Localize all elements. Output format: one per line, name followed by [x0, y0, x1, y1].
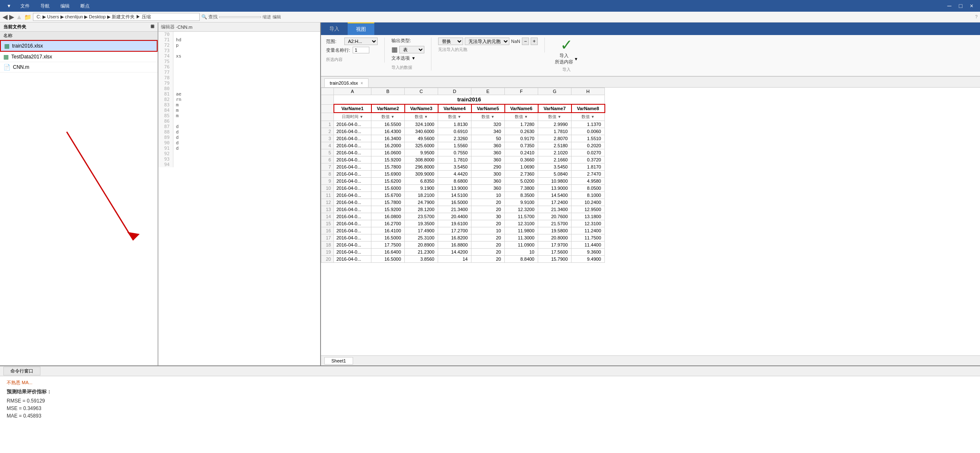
- search-input[interactable]: [219, 16, 261, 18]
- folder-menu-btn[interactable]: ⊞: [150, 24, 154, 30]
- code-line-83: 83 m: [158, 102, 320, 108]
- dropdown-2[interactable]: ▼: [391, 115, 394, 119]
- maximize-btn[interactable]: □: [955, 2, 965, 10]
- dropdown-4[interactable]: ▼: [457, 115, 461, 119]
- file-list: ▦ train2016.xlsx ▦ TestData2017.xlsx 📄 C…: [0, 40, 158, 240]
- code-line-78: 78: [158, 75, 320, 81]
- file-item-cnn[interactable]: 📄 CNN.m: [0, 62, 158, 73]
- range-label: 范围:: [326, 38, 343, 45]
- varname-row-input[interactable]: [353, 47, 369, 53]
- ribbon-tabs: 导入 视图: [321, 23, 980, 35]
- unimportable-select[interactable]: 无法导入的元胞: [465, 38, 509, 45]
- tab-view[interactable]: 视图: [348, 23, 374, 35]
- import-btn[interactable]: 导入所选内容 ▼: [555, 53, 578, 65]
- varname-row-label: 变量名称行:: [326, 47, 351, 53]
- tab-import[interactable]: 导入: [321, 23, 348, 35]
- col-header-A[interactable]: A: [334, 88, 371, 95]
- varname1-header[interactable]: VarName1: [334, 104, 371, 113]
- varname5-header[interactable]: VarName5: [471, 104, 505, 113]
- sub-header-6[interactable]: 数值 ▼: [505, 113, 538, 121]
- sub-header-5[interactable]: 数值 ▼: [471, 113, 505, 121]
- file-tab-top[interactable]: 文件: [15, 2, 35, 10]
- range-select[interactable]: A2:H...: [344, 38, 378, 45]
- code-line-94: 94: [158, 162, 320, 167]
- run-label: 编辑: [273, 14, 281, 20]
- output-type-select[interactable]: 表: [399, 46, 424, 53]
- metric-mse: MSE = 0.34963: [7, 405, 973, 411]
- file-item-train2016[interactable]: ▦ train2016.xlsx: [0, 40, 158, 52]
- sub-header-3[interactable]: 数值 ▼: [405, 113, 438, 121]
- search-label: 🔍 查找: [201, 14, 218, 20]
- col-header-G[interactable]: G: [538, 88, 571, 95]
- file-item-testdata2017[interactable]: ▦ TestData2017.xlsx: [0, 52, 158, 62]
- sheet-tab-bar: Sheet1: [321, 355, 980, 365]
- sub-header-4[interactable]: 数值 ▼: [438, 113, 471, 121]
- dropdown-7[interactable]: ▼: [557, 115, 561, 119]
- varname3-header[interactable]: VarName3: [405, 104, 438, 113]
- code-line-71: 71 hd: [158, 37, 320, 43]
- table-row: 202016-04-0...16.50003.856014208.840015.…: [321, 256, 605, 263]
- forward-btn[interactable]: ▶: [9, 13, 14, 21]
- m-file-icon: 📄: [3, 64, 10, 70]
- dropdown-5[interactable]: ▼: [491, 115, 494, 119]
- file-menu[interactable]: ▼: [3, 3, 15, 9]
- col-header-C[interactable]: C: [405, 88, 438, 95]
- back-btn[interactable]: ◀: [3, 13, 8, 21]
- table-row: 52016-04-0...16.06009.95000.75503600.241…: [321, 149, 605, 156]
- tab-close-btn[interactable]: ×: [361, 81, 363, 86]
- help-icon[interactable]: ?: [975, 15, 977, 19]
- dropdown-1[interactable]: ▼: [359, 115, 363, 119]
- replace-select[interactable]: 替换: [438, 38, 463, 45]
- table-row: 152016-04-0...16.270019.350019.61002012.…: [321, 220, 605, 227]
- close-btn[interactable]: ×: [967, 2, 977, 10]
- path-bar[interactable]: C: ▶ Users ▶ chenlijun ▶ Desktop ▶ 新建文件夹…: [33, 13, 200, 21]
- code-line-88: 88 d: [158, 129, 320, 135]
- text-options-dropdown[interactable]: ▼: [411, 56, 416, 60]
- col-header-F[interactable]: F: [505, 88, 538, 95]
- dropdown-3[interactable]: ▼: [424, 115, 428, 119]
- text-options-btn[interactable]: 文本选项 ▼: [391, 55, 424, 61]
- up-btn: ▲: [16, 13, 23, 21]
- sub-header-2[interactable]: 数值 ▼: [371, 113, 405, 121]
- table-row: 32016-04-0...16.340049.56002.3260500.917…: [321, 135, 605, 142]
- excel-icon: ▦: [4, 43, 10, 49]
- breakpoint-tab[interactable]: 断点: [75, 2, 95, 10]
- table-row: 122016-04-0...15.780024.790016.5000209.9…: [321, 199, 605, 206]
- editor-label: 编辑器 -: [161, 24, 178, 30]
- excel-icon-2: ▦: [3, 53, 9, 60]
- varname6-header[interactable]: VarName6: [505, 104, 538, 113]
- folder-btn[interactable]: 📁: [24, 14, 31, 20]
- spreadsheet-file-tab[interactable]: train2016.xlsx ×: [324, 78, 368, 87]
- sheet1-tab[interactable]: Sheet1: [324, 357, 353, 365]
- code-line-89: 89 d: [158, 135, 320, 140]
- code-line-70: 70: [158, 32, 320, 37]
- nan-plus-btn[interactable]: +: [531, 38, 538, 45]
- varname2-header[interactable]: VarName2: [371, 104, 405, 113]
- nan-label: NaN: [511, 39, 520, 44]
- import-dropdown-arrow[interactable]: ▼: [574, 57, 578, 61]
- varname4-header[interactable]: VarName4: [438, 104, 471, 113]
- dropdown-8[interactable]: ▼: [591, 115, 594, 119]
- sub-header-8[interactable]: 数值 ▼: [571, 113, 605, 121]
- dropdown-6[interactable]: ▼: [524, 115, 528, 119]
- col-header-E[interactable]: E: [471, 88, 505, 95]
- table-row: 42016-04-0...16.2000325.60001.55603600.7…: [321, 142, 605, 149]
- sub-header-7[interactable]: 数值 ▼: [538, 113, 571, 121]
- nan-minus-btn[interactable]: −: [522, 38, 529, 45]
- col-header-D[interactable]: D: [438, 88, 471, 95]
- col-header-B[interactable]: B: [371, 88, 405, 95]
- minimize-btn[interactable]: ─: [944, 2, 955, 10]
- sub-header-1[interactable]: 日期时间 ▼: [334, 113, 371, 121]
- varname7-header[interactable]: VarName7: [538, 104, 571, 113]
- spreadsheet-area[interactable]: A B C D E F G H: [321, 88, 980, 355]
- col-header-row: A B C D E F G H: [321, 88, 605, 95]
- command-window-tab[interactable]: 命令行窗口: [3, 367, 40, 375]
- varname8-header[interactable]: VarName8: [571, 104, 605, 113]
- code-line-91: 91 d: [158, 146, 320, 151]
- nav-tab[interactable]: 导航: [35, 2, 55, 10]
- edit-tab[interactable]: 编辑: [55, 2, 75, 10]
- unimportable-section-label: 无法导入的元胞: [438, 47, 538, 53]
- import-section-label: 导入: [562, 67, 571, 73]
- col-header-H[interactable]: H: [571, 88, 605, 95]
- table-row: 92016-04-0...15.62006.83508.68003605.020…: [321, 178, 605, 185]
